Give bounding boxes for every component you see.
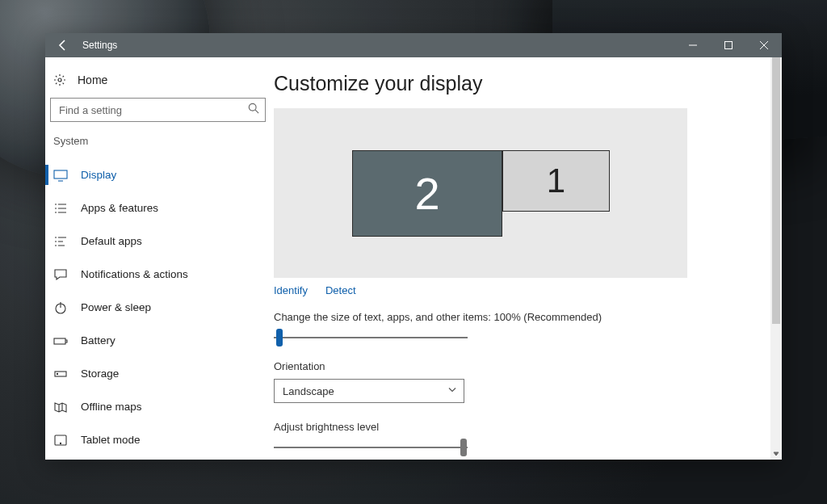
nav-item-label: Tablet mode — [81, 434, 141, 446]
map-icon — [53, 400, 68, 414]
nav-item-label: Default apps — [81, 235, 142, 247]
nav-item-tablet-mode[interactable]: Tablet mode — [45, 423, 274, 456]
orientation-value: Landscape — [283, 385, 334, 397]
orientation-select[interactable]: Landscape — [274, 379, 464, 403]
svg-point-7 — [57, 373, 57, 374]
monitor-2[interactable]: 2 — [352, 150, 502, 237]
svg-point-9 — [60, 443, 61, 443]
maximize-button[interactable] — [711, 33, 746, 57]
orientation-label: Orientation — [274, 360, 766, 372]
chat-icon — [53, 267, 68, 282]
minimize-button[interactable] — [675, 33, 711, 57]
nav-item-default-apps[interactable]: Default apps — [45, 225, 274, 258]
nav-item-battery[interactable]: Battery — [45, 324, 274, 357]
chevron-down-icon — [447, 385, 457, 397]
window-body: Home System Display Apps & features D — [45, 57, 782, 460]
svg-point-2 — [249, 103, 256, 111]
detect-link[interactable]: Detect — [325, 284, 356, 296]
nav-item-offline-maps[interactable]: Offline maps — [45, 390, 274, 423]
svg-rect-3 — [54, 170, 67, 178]
nav-list: Display Apps & features Default apps Not… — [45, 158, 274, 456]
nav-item-label: Battery — [81, 334, 115, 346]
home-label: Home — [78, 74, 107, 86]
slider-track — [274, 447, 468, 448]
slider-thumb[interactable] — [460, 439, 467, 456]
settings-window: Settings Home System Display — [45, 33, 782, 460]
storage-icon — [53, 367, 68, 381]
maximize-icon — [724, 41, 733, 49]
power-icon — [53, 300, 68, 315]
gear-icon — [53, 74, 66, 86]
scale-label: Change the size of text, apps, and other… — [274, 311, 766, 323]
search-icon — [248, 103, 259, 117]
nav-item-display[interactable]: Display — [45, 158, 274, 191]
monitor-1[interactable]: 1 — [502, 150, 610, 212]
nav-item-label: Notifications & actions — [81, 268, 188, 280]
tablet-icon — [53, 433, 68, 447]
close-icon — [760, 41, 768, 49]
monitor-icon — [53, 168, 68, 183]
page-title: Customize your display — [274, 72, 766, 95]
nav-item-notifications[interactable]: Notifications & actions — [45, 258, 274, 291]
category-label: System — [45, 135, 274, 147]
battery-icon — [53, 334, 68, 348]
sidebar: Home System Display Apps & features D — [45, 57, 274, 460]
nav-item-label: Storage — [81, 368, 119, 380]
search-field-wrapper — [50, 98, 266, 122]
display-arrangement[interactable]: 2 1 — [274, 108, 687, 278]
identify-link[interactable]: Identify — [274, 284, 308, 296]
defaults-icon — [53, 234, 68, 249]
brightness-label: Adjust brightness level — [274, 421, 766, 433]
scrollbar-thumb[interactable] — [772, 57, 780, 324]
nav-item-label: Power & sleep — [81, 301, 151, 313]
slider-thumb[interactable] — [276, 329, 283, 346]
svg-point-1 — [58, 78, 61, 82]
close-button[interactable] — [746, 33, 782, 57]
search-input[interactable] — [50, 98, 266, 122]
brightness-slider[interactable] — [274, 439, 468, 456]
list-icon — [53, 201, 68, 216]
minimize-icon — [689, 41, 697, 49]
slider-track — [274, 337, 468, 338]
scroll-down-button[interactable] — [770, 448, 782, 460]
window-title: Settings — [81, 40, 117, 51]
nav-item-label: Display — [81, 169, 116, 181]
home-button[interactable]: Home — [45, 74, 274, 86]
main-content: Customize your display 2 1 Identify Dete… — [274, 57, 782, 460]
display-links: Identify Detect — [274, 284, 766, 296]
svg-rect-5 — [54, 338, 65, 344]
svg-rect-0 — [725, 42, 733, 49]
scale-slider[interactable] — [274, 330, 468, 346]
nav-item-label: Apps & features — [81, 202, 158, 214]
nav-item-label: Offline maps — [81, 401, 142, 413]
titlebar: Settings — [45, 33, 782, 57]
nav-item-apps-features[interactable]: Apps & features — [45, 191, 274, 225]
arrow-left-icon — [57, 39, 69, 52]
scrollbar[interactable] — [770, 57, 782, 460]
nav-item-storage[interactable]: Storage — [45, 357, 274, 390]
nav-item-power-sleep[interactable]: Power & sleep — [45, 291, 274, 324]
back-button[interactable] — [45, 33, 81, 57]
